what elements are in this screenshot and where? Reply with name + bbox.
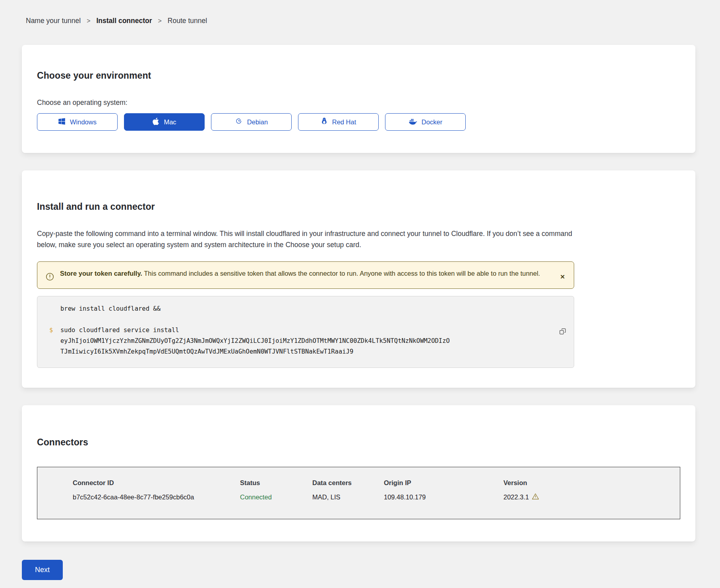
connectors-table: Connector ID Status Data centers Origin … [37,467,680,519]
token-warning-bold: Store your token carefully. [60,270,142,277]
code-line-brew: brew install cloudflared && [60,304,550,314]
os-button-debian[interactable]: Debian [211,113,292,131]
shell-prompt: $ [49,325,53,336]
header-status: Status [240,479,312,487]
chevron-right-separator: > [158,17,162,25]
code-command-group: $ sudo cloudflared service install eyJhI… [60,325,550,357]
header-version: Version [503,479,672,487]
os-select-label: Choose an operating system: [37,99,680,107]
environment-card-title: Choose your environment [37,70,680,81]
os-button-docker[interactable]: Docker [385,113,466,131]
connectors-title: Connectors [37,437,680,448]
connectors-table-header: Connector ID Status Data centers Origin … [73,479,672,487]
os-button-row: Windows Mac Debian [37,113,680,131]
token-warning-banner: Store your token carefully. This command… [37,261,574,289]
os-button-redhat[interactable]: Red Hat [298,113,379,131]
install-connector-card: Install and run a connector Copy-paste t… [22,170,695,388]
install-connector-title: Install and run a connector [37,201,680,212]
breadcrumb: Name your tunnel > Install connector > R… [26,17,720,25]
os-button-label: Red Hat [332,118,356,126]
code-line-blank [60,314,550,325]
token-warning-text: Store your token carefully. This command… [60,267,550,279]
debian-swirl-icon [235,117,243,127]
os-button-windows[interactable]: Windows [37,113,118,131]
warning-triangle-icon [532,493,539,501]
cell-origin-ip: 109.48.10.179 [384,493,503,501]
chevron-right-separator: > [87,17,90,25]
linux-penguin-icon [321,117,328,127]
breadcrumb-step-name-tunnel: Name your tunnel [26,17,81,25]
next-button[interactable]: Next [22,560,63,580]
breadcrumb-step-install-connector: Install connector [96,17,152,25]
alert-circle-icon [45,272,54,283]
install-command-code-block: brew install cloudflared && $ sudo cloud… [37,296,574,368]
code-line-token-1: eyJhIjoiOWM1YjczYzhmZGNmZDUyOTg2ZjA3NmJm… [60,336,550,346]
docker-whale-icon [408,118,417,127]
os-button-label: Windows [70,118,97,126]
cell-data-centers: MAD, LIS [312,493,384,501]
choose-environment-card: Choose your environment Choose an operat… [22,45,695,153]
code-line-token-2: TJmIiwicyI6Ik5XVmhZekpqTmpVdE5UQmtOQzAwT… [60,346,550,357]
cell-connector-id: b7c52c42-6caa-48ee-8c77-fbe259cb6c0a [73,493,240,501]
breadcrumb-step-route-tunnel: Route tunnel [168,17,207,25]
os-button-label: Debian [247,118,268,126]
close-icon[interactable]: ✕ [560,274,565,280]
table-row: b7c52c42-6caa-48ee-8c77-fbe259cb6c0a Con… [73,493,672,501]
os-button-mac[interactable]: Mac [124,113,205,131]
windows-icon [58,118,66,127]
copy-icon[interactable] [557,326,568,338]
cell-version: 2022.3.1 [503,493,672,501]
os-button-label: Mac [164,118,176,126]
header-connector-id: Connector ID [73,479,240,487]
apple-icon [152,117,159,127]
code-line-command: sudo cloudflared service install [60,325,550,336]
install-connector-description: Copy-paste the following command into a … [37,228,574,250]
os-button-label: Docker [422,118,442,126]
status-badge: Connected [240,493,312,501]
connectors-card: Connectors Connector ID Status Data cent… [22,405,695,542]
header-origin-ip: Origin IP [384,479,503,487]
header-data-centers: Data centers [312,479,384,487]
